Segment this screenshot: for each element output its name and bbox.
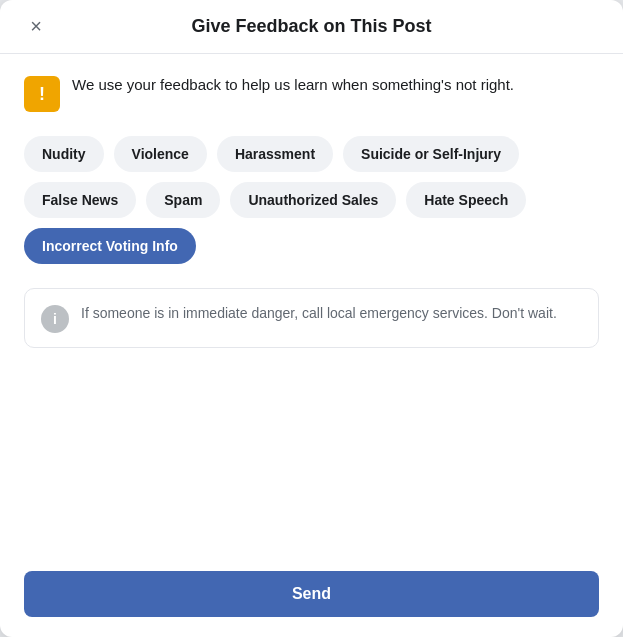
- tag-violence[interactable]: Violence: [114, 136, 207, 172]
- alert-icon-wrapper: !: [24, 76, 60, 112]
- feedback-description: We use your feedback to help us learn wh…: [72, 74, 514, 97]
- tags-container: NudityViolenceHarassmentSuicide or Self-…: [24, 136, 599, 264]
- modal-title: Give Feedback on This Post: [191, 16, 431, 37]
- tag-hate-speech[interactable]: Hate Speech: [406, 182, 526, 218]
- send-button[interactable]: Send: [24, 571, 599, 617]
- tag-suicide-self-injury[interactable]: Suicide or Self-Injury: [343, 136, 519, 172]
- tag-false-news[interactable]: False News: [24, 182, 136, 218]
- tag-spam[interactable]: Spam: [146, 182, 220, 218]
- info-icon-wrapper: i: [41, 305, 69, 333]
- feedback-info-section: ! We use your feedback to help us learn …: [24, 74, 599, 112]
- close-button[interactable]: ×: [20, 11, 52, 43]
- emergency-text: If someone is in immediate danger, call …: [81, 303, 557, 324]
- modal-body: ! We use your feedback to help us learn …: [0, 54, 623, 559]
- tag-nudity[interactable]: Nudity: [24, 136, 104, 172]
- modal-header: × Give Feedback on This Post: [0, 0, 623, 54]
- tag-incorrect-voting-info[interactable]: Incorrect Voting Info: [24, 228, 196, 264]
- modal-footer: Send: [0, 559, 623, 637]
- tag-unauthorized-sales[interactable]: Unauthorized Sales: [230, 182, 396, 218]
- feedback-modal: × Give Feedback on This Post ! We use yo…: [0, 0, 623, 637]
- tag-harassment[interactable]: Harassment: [217, 136, 333, 172]
- emergency-notice: i If someone is in immediate danger, cal…: [24, 288, 599, 348]
- alert-icon: !: [39, 84, 45, 105]
- info-icon: i: [53, 311, 57, 327]
- close-icon: ×: [30, 15, 42, 38]
